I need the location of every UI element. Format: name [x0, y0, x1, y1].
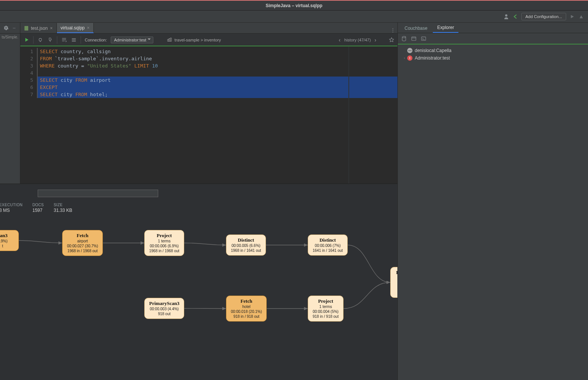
connection-value: Administrator:test	[114, 38, 147, 42]
bottom-search-input[interactable]	[38, 190, 158, 197]
history-label: history (47/47)	[344, 38, 371, 42]
svg-rect-0	[24, 26, 28, 31]
right-panel: Couchbase Explorer › — denislocal:Capell…	[397, 23, 588, 380]
project-path-truncated: ts/Simple.	[2, 34, 18, 184]
tab-test-json[interactable]: test.json ×	[20, 23, 57, 33]
console-icon[interactable]	[420, 35, 426, 41]
titlebar-text: SimpleJava – virtual.sqlpp	[266, 3, 322, 8]
run-disabled-icon	[569, 14, 575, 20]
user-presence-icon[interactable]	[503, 14, 509, 20]
right-panel-tabs: Couchbase Explorer	[398, 23, 588, 33]
plan-node-fetch2[interactable]: Fetchhotel00:00.018 (20.1%)918 in / 918 …	[226, 296, 267, 322]
bulb-icon[interactable]	[37, 37, 43, 43]
minimize-icon[interactable]: ─	[11, 25, 17, 31]
line-number: 7	[20, 91, 33, 98]
plan-node-distinct2[interactable]: Distinct00:00.006 (7%)1641 in / 1641 out	[308, 234, 348, 256]
line-number: 6	[20, 84, 33, 91]
status-badge: !	[407, 55, 412, 61]
close-tab-icon[interactable]: ×	[50, 26, 53, 31]
database-icon[interactable]	[401, 35, 407, 41]
code-line[interactable]: WHERE country = "United States" LIMIT 10	[37, 62, 397, 69]
line-number: 5	[20, 77, 33, 84]
format-icon[interactable]	[61, 37, 67, 43]
tab-label: test.json	[31, 26, 48, 31]
tab-couchbase[interactable]: Couchbase	[400, 24, 432, 33]
add-configuration-button[interactable]: Add Configuration...	[521, 13, 566, 20]
build-icon[interactable]	[578, 14, 584, 20]
settings-icon[interactable]	[3, 25, 9, 31]
right-panel-toolbar	[398, 33, 588, 44]
code-line[interactable]: SELECT country, callsign	[37, 48, 397, 55]
line-number: 3	[20, 62, 33, 69]
tree-expander-icon[interactable]: ›	[404, 56, 405, 60]
bottom-toolbar	[0, 184, 397, 203]
code-body[interactable]: SELECT country, callsign FROM `travel-sa…	[37, 46, 397, 184]
code-editor[interactable]: 1 2 3 4 5 6 7 SELECT country, callsign F…	[20, 46, 397, 184]
connection-label: Connection:	[85, 38, 107, 42]
stat-size: SIZE 31.33 KB	[53, 203, 72, 213]
status-badge: —	[407, 48, 412, 53]
stat-label: DOCS	[32, 203, 44, 207]
plan-node-project2[interactable]: Project1 terms00:00.004 (5%)918 in / 918…	[308, 296, 344, 322]
query-plan-diagram[interactable]: can35.9%)tFetchairport00:00.027 (30.7%)1…	[0, 219, 397, 380]
tree-node-admintest[interactable]: › ! Administrator:test	[398, 54, 588, 62]
bucket-icon	[167, 37, 172, 43]
execute-query-button[interactable]	[23, 37, 29, 43]
tab-overflow-icon[interactable]: ⋮	[390, 27, 396, 33]
plan-node-pscan3[interactable]: PrimaryScan300:00.003 (4.4%)918 out	[144, 298, 184, 319]
stat-label: EXECUTION	[0, 203, 23, 207]
stat-label: SIZE	[53, 203, 72, 207]
history-nav: ‹ history (47/47) ›	[339, 37, 394, 43]
plan-node-project1[interactable]: Project1 terms00:00.006 (6.9%)1968 in / …	[144, 230, 184, 256]
code-line[interactable]	[37, 69, 397, 77]
line-gutter: 1 2 3 4 5 6 7	[20, 46, 37, 184]
favorite-icon[interactable]	[388, 37, 394, 43]
svg-point-1	[39, 38, 42, 41]
line-number: 1	[20, 48, 33, 55]
editor-toolbar: Connection: Administrator:test travel-sa…	[20, 34, 397, 46]
close-tab-icon[interactable]: ×	[87, 25, 90, 31]
stat-docs: DOCS 1597	[32, 203, 44, 213]
list-icon[interactable]	[71, 37, 77, 43]
history-prev-button[interactable]: ‹	[339, 37, 341, 43]
stat-value: 31.33 KB	[53, 208, 72, 213]
breadcrumb[interactable]: travel-sample > inventory	[167, 37, 221, 43]
json-file-icon	[24, 26, 29, 31]
code-line[interactable]: SELECT city FROM airport	[37, 77, 397, 84]
history-next-button[interactable]: ›	[374, 37, 376, 43]
query-stats: EXECUTION 3 MS DOCS 1597 SIZE 31.33 KB	[0, 203, 397, 219]
window-icon[interactable]	[411, 35, 417, 41]
editor-tabs: test.json × virtual.sqlpp × ⋮	[20, 23, 397, 34]
editor-splitter[interactable]	[348, 46, 349, 184]
svg-rect-3	[411, 37, 415, 40]
tree-node-label: denislocal:Capella	[415, 48, 451, 53]
code-line[interactable]: SELECT city FROM hotel;	[37, 91, 397, 98]
connection-tree: › — denislocal:Capella › ! Administrator…	[398, 44, 588, 62]
plan-node-exceptall[interactable]: ExceptAll00:00.008 (9.5%)1641 in / 1597 …	[390, 267, 397, 298]
code-line[interactable]: FROM `travel-sample`.inventory.airline	[37, 55, 397, 62]
code-line[interactable]: EXCEPT	[37, 84, 397, 91]
line-number: 4	[20, 69, 33, 77]
tab-virtual-sqlpp[interactable]: virtual.sqlpp ×	[57, 23, 94, 33]
titlebar: SimpleJava – virtual.sqlpp	[0, 1, 588, 11]
plan-node-distinct1[interactable]: Distinct00:00.005 (6.6%)1968 in / 1641 o…	[226, 234, 266, 256]
tab-explorer[interactable]: Explorer	[433, 23, 459, 33]
stat-value: 1597	[32, 208, 44, 213]
tree-node-label: Administrator:test	[415, 55, 450, 61]
center-panel: test.json × virtual.sqlpp × ⋮	[20, 23, 397, 184]
tree-node-capella[interactable]: › — denislocal:Capella	[398, 47, 588, 54]
left-gutter-strip: ─ ts/Simple.	[0, 23, 20, 184]
stat-execution: EXECUTION 3 MS	[0, 203, 23, 213]
tab-label: virtual.sqlpp	[61, 25, 85, 31]
thumbs-down-icon[interactable]	[47, 37, 53, 43]
stat-value: 3 MS	[0, 208, 23, 213]
connection-select[interactable]: Administrator:test	[111, 37, 154, 43]
bottom-panel: EXECUTION 3 MS DOCS 1597 SIZE 31.33 KB c…	[0, 184, 397, 380]
svg-point-2	[402, 36, 405, 38]
breadcrumb-text: travel-sample > inventory	[174, 38, 221, 42]
back-arrow-icon[interactable]	[512, 14, 518, 20]
plan-node-fetch1[interactable]: Fetchairport00:00.027 (30.7%)1968 in / 1…	[62, 230, 103, 256]
plan-node-scan3[interactable]: can35.9%)t	[0, 230, 19, 251]
line-number: 2	[20, 55, 33, 62]
main-toolbar: Add Configuration...	[0, 11, 588, 23]
